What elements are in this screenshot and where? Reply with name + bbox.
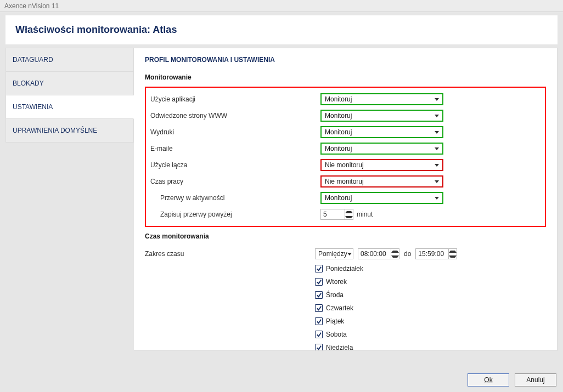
sidebar: DATAGUARD BLOKADY USTAWIENIA UPRAWNIENIA… [5, 48, 134, 351]
highlight-box: Użycie aplikacji Monitoruj Odwiedzone st… [145, 87, 546, 227]
chevron-down-icon [435, 197, 439, 200]
select-breaks[interactable]: Monitoruj [320, 192, 443, 204]
select-www[interactable]: Monitoruj [320, 110, 443, 122]
select-app-usage[interactable]: Monitoruj [320, 93, 443, 105]
select-www-value: Monitoruj [325, 112, 352, 120]
input-save-breaks-value[interactable]: 5 [321, 209, 345, 219]
header: Właściwości monitorowania: Atlas [5, 15, 558, 44]
label-day-wed: Środa [326, 291, 344, 299]
spinner-down[interactable] [449, 254, 457, 259]
checkbox-day-wed[interactable] [315, 291, 323, 299]
select-work-time[interactable]: Nie monitoruj [320, 175, 443, 188]
label-prints: Wydruki [150, 128, 320, 136]
chevron-down-icon [435, 164, 439, 167]
label-day-thu: Czwartek [326, 304, 353, 312]
spinner-up[interactable] [449, 249, 457, 254]
chevron-down-icon [435, 180, 439, 183]
label-day-sun: Niedziela [326, 344, 353, 351]
chevron-down-icon [435, 98, 439, 101]
checkbox-day-mon[interactable] [315, 265, 323, 272]
spinner-down[interactable] [345, 214, 353, 219]
select-prints-value: Monitoruj [325, 128, 352, 136]
label-link-usage: Użycie łącza [150, 161, 320, 169]
select-time-mode-value: Pomiędzy [318, 250, 347, 258]
label-save-breaks: Zapisuj przerwy powyżej [150, 211, 320, 218]
label-work-time: Czas pracy [150, 178, 320, 185]
cancel-button[interactable]: Anuluj [515, 373, 556, 387]
checkbox-day-sun[interactable] [315, 344, 323, 351]
label-day-mon: Poniedziałek [326, 265, 363, 272]
select-link-usage[interactable]: Nie monitoruj [320, 159, 443, 171]
select-link-usage-value: Nie monitoruj [325, 161, 364, 169]
footer: Ok Anuluj [468, 373, 556, 387]
select-emails[interactable]: Monitoruj [320, 143, 443, 155]
input-time-to[interactable]: 15:59:00 [415, 248, 457, 259]
input-time-to-value[interactable]: 15:59:00 [416, 249, 448, 259]
label-time-range: Zakres czasu [145, 250, 315, 258]
label-day-sat: Sobota [326, 331, 347, 338]
input-save-breaks-minutes[interactable]: 5 [320, 209, 353, 220]
spinner-up[interactable] [391, 249, 399, 254]
chevron-down-icon [347, 253, 352, 255]
section-title: PROFIL MONITOROWANIA I USTAWIENIA [145, 56, 546, 64]
select-time-mode[interactable]: Pomiędzy [315, 248, 353, 259]
monitoring-title: Monitorowanie [145, 73, 546, 81]
select-breaks-value: Monitoruj [325, 194, 352, 202]
input-time-from-value[interactable]: 08:00:00 [358, 249, 391, 259]
chevron-down-icon [435, 131, 439, 134]
select-prints[interactable]: Monitoruj [320, 126, 443, 138]
select-emails-value: Monitoruj [325, 145, 352, 152]
label-emails: E-maile [150, 145, 320, 152]
checkbox-day-tue[interactable] [315, 278, 323, 286]
spinner-down[interactable] [391, 254, 399, 259]
page-title: Właściwości monitorowania: Atlas [15, 24, 548, 36]
input-time-from[interactable]: 08:00:00 [358, 248, 399, 259]
time-section-title: Czas monitorowania [145, 232, 546, 240]
label-day-tue: Wtorek [326, 278, 347, 286]
label-breaks: Przerwy w aktywności [150, 194, 320, 202]
select-work-time-value: Nie monitoruj [325, 178, 364, 185]
label-day-fri: Piątek [326, 317, 344, 325]
spinner-up[interactable] [345, 209, 353, 214]
label-app-usage: Użycie aplikacji [150, 95, 320, 103]
label-unit-minutes: minut [357, 211, 373, 218]
chevron-down-icon [435, 147, 439, 150]
select-app-usage-value: Monitoruj [325, 95, 352, 103]
checkbox-day-thu[interactable] [315, 304, 323, 312]
checkbox-day-fri[interactable] [315, 317, 323, 325]
label-www: Odwiedzone strony WWW [150, 112, 320, 120]
sidebar-item-dataguard[interactable]: DATAGUARD [5, 48, 134, 72]
chevron-down-icon [435, 115, 439, 117]
label-to: do [404, 250, 411, 258]
ok-button[interactable]: Ok [468, 373, 509, 387]
checkbox-day-sat[interactable] [315, 331, 323, 338]
sidebar-item-ustawienia[interactable]: USTAWIENIA [5, 95, 134, 119]
sidebar-item-blokady[interactable]: BLOKADY [5, 72, 134, 95]
sidebar-item-uprawnienia[interactable]: UPRAWNIENIA DOMYŚLNE [5, 119, 134, 143]
content-panel: PROFIL MONITOROWANIA I USTAWIENIA Monito… [134, 48, 558, 351]
window-title: Axence nVision 11 [0, 0, 563, 12]
